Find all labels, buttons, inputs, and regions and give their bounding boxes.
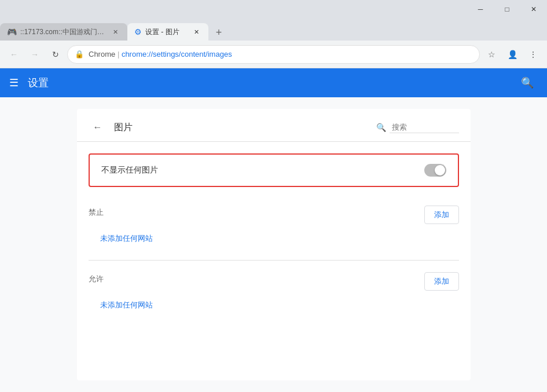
search-icon: 🔍: [376, 123, 386, 132]
restore-button[interactable]: □: [494, 0, 520, 19]
settings-search-button[interactable]: 🔍: [517, 72, 538, 93]
new-tab-button[interactable]: +: [211, 24, 227, 41]
allow-section-title: 允许: [89, 274, 104, 284]
address-url: Chrome | chrome://settings/content/image…: [89, 50, 472, 58]
url-path: chrome://settings/content/images: [122, 50, 232, 58]
close-button[interactable]: ✕: [520, 0, 547, 19]
address-icons: ☆ 👤 ⋮: [482, 45, 542, 64]
block-section: 禁止 添加 未添加任何网站: [77, 199, 471, 255]
section-divider: [89, 260, 459, 261]
tab-2[interactable]: ⚙ 设置 - 图片 ✕: [127, 23, 208, 41]
settings-content: ← 图片 🔍 不显示任何图片 禁止 添加: [0, 97, 547, 392]
page-header: ← 图片 🔍: [77, 109, 471, 142]
toggle-label: 不显示任何图片: [101, 165, 424, 175]
menu-button[interactable]: ⋮: [524, 45, 542, 64]
window-titlebar: ─ □ ✕: [0, 0, 547, 19]
toggle-row: 不显示任何图片: [89, 153, 459, 187]
forward-nav-button[interactable]: →: [25, 45, 44, 64]
window-controls: ─ □ ✕: [467, 0, 547, 19]
allow-empty-text: 未添加任何网站: [89, 295, 459, 315]
settings-header: ☰ 设置 🔍: [0, 68, 547, 97]
allow-add-button[interactable]: 添加: [424, 272, 459, 291]
tab-1-close[interactable]: ✕: [110, 27, 120, 37]
settings-app: ☰ 设置 🔍 ← 图片 🔍 不显示任何图片: [0, 68, 547, 392]
main-panel: ← 图片 🔍 不显示任何图片 禁止 添加: [77, 109, 471, 380]
chrome-brand: Chrome: [89, 50, 115, 58]
search-input[interactable]: [390, 122, 459, 133]
address-bar[interactable]: 🔒 Chrome | chrome://settings/content/ima…: [67, 45, 480, 64]
refresh-nav-button[interactable]: ↻: [46, 45, 65, 64]
block-section-title: 禁止: [89, 207, 104, 218]
block-section-header: 禁止 添加: [89, 206, 459, 224]
page-back-button[interactable]: ←: [89, 118, 107, 137]
tab-bar: 🎮 ::17173.com::中国游戏门户站 ✕ ⚙ 设置 - 图片 ✕ +: [0, 19, 547, 41]
block-empty-text: 未添加任何网站: [89, 229, 459, 248]
minimize-button[interactable]: ─: [467, 0, 494, 19]
page-title: 图片: [114, 122, 369, 134]
settings-title: 设置: [28, 76, 49, 90]
tab-2-label: 设置 - 图片: [145, 27, 188, 37]
search-area: 🔍: [376, 122, 459, 133]
content-wrapper: 不显示任何图片 禁止 添加 未添加任何网站 允许 添加: [77, 153, 471, 322]
tab-1-label: ::17173.com::中国游戏门户站: [20, 27, 107, 37]
tab-2-close[interactable]: ✕: [191, 27, 201, 37]
allow-section-header: 允许 添加: [89, 272, 459, 291]
address-bar-row: ← → ↻ 🔒 Chrome | chrome://settings/conte…: [0, 41, 547, 68]
tab-1[interactable]: 🎮 ::17173.com::中国游戏门户站 ✕: [0, 23, 127, 41]
allow-section: 允许 添加 未添加任何网站: [77, 265, 471, 322]
hamburger-button[interactable]: ☰: [9, 76, 19, 89]
lock-icon: 🔒: [75, 50, 84, 58]
bookmark-button[interactable]: ☆: [482, 45, 501, 64]
tab-2-favicon: ⚙: [134, 27, 142, 36]
account-button[interactable]: 👤: [503, 45, 522, 64]
toggle-switch[interactable]: [424, 164, 446, 177]
tab-1-favicon: 🎮: [7, 27, 17, 36]
block-add-button[interactable]: 添加: [424, 206, 459, 224]
back-nav-button[interactable]: ←: [5, 45, 23, 64]
